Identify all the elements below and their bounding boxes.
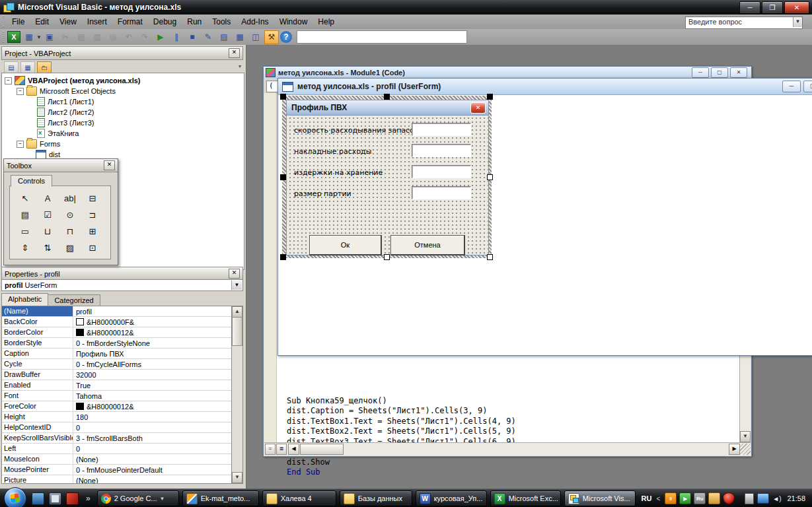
reset-icon[interactable]: ■ (185, 30, 200, 44)
property-row[interactable]: MouseIcon (None) (2, 454, 233, 465)
procedure-view-button[interactable]: = (265, 444, 276, 455)
scroll-up-icon[interactable]: ▲ (232, 306, 242, 318)
design-mode-icon[interactable]: ✎ (201, 30, 215, 44)
field-label[interactable]: размер партии (294, 189, 351, 198)
paste-icon[interactable]: ▥ (90, 30, 104, 44)
property-row[interactable]: (Name) profil (2, 306, 233, 317)
run-icon[interactable]: ▶ (153, 30, 168, 44)
field-textbox[interactable] (412, 186, 471, 199)
tray-network-icon[interactable] (757, 493, 769, 504)
tray-torrent-icon[interactable]: ‖ (665, 492, 677, 504)
question-combobox[interactable]: Введите вопрос ▼ (685, 17, 803, 29)
menu-item[interactable]: Debug (148, 15, 182, 28)
close-button[interactable]: ✕ (784, 1, 809, 14)
menu-item[interactable]: View (54, 15, 82, 28)
resize-handle[interactable] (280, 174, 286, 180)
tree-expander-icon[interactable]: − (17, 88, 24, 95)
property-row[interactable]: Enabled True (2, 380, 233, 391)
taskbar-button[interactable]: Ek-mat_meto... ▼ (182, 490, 259, 506)
property-row[interactable]: HelpContextID 0 (2, 422, 233, 433)
field-textbox[interactable] (412, 165, 471, 178)
menu-item[interactable]: Insert (82, 15, 112, 28)
field-textbox[interactable] (412, 123, 471, 136)
tray-power-icon[interactable] (745, 493, 754, 504)
field-label[interactable]: накладные расходы (294, 147, 371, 156)
code-text[interactable]: Sub Кнопка59_щелчок()dist.Caption = Shee… (287, 365, 516, 478)
scrollbar-thumb[interactable] (232, 317, 242, 346)
frame-tool[interactable]: ▭ (14, 223, 36, 240)
menu-item[interactable]: Help (313, 15, 340, 28)
field-label[interactable]: скорость расходывания запасов (294, 126, 418, 135)
toolbox-icon[interactable]: ⚒ (264, 30, 279, 44)
menu-item[interactable]: File (7, 15, 30, 28)
togglebutton-tool[interactable]: ⊐ (81, 207, 104, 223)
taskbar-clock[interactable]: 21:58 (787, 494, 805, 502)
image-tool[interactable]: ▨ (59, 240, 81, 256)
group-dropdown-icon[interactable]: ▼ (160, 496, 165, 502)
code-scroll-right-icon[interactable]: ▶ (729, 444, 740, 455)
resize-handle[interactable] (280, 254, 286, 260)
code-window-titlebar[interactable]: метод уилсона.xls - Module1 (Code) ─ ▢ ✕ (264, 67, 751, 79)
object-selector-dropdown-icon[interactable]: ▼ (231, 281, 242, 290)
quick-launch-overflow-icon[interactable]: » (86, 494, 91, 503)
property-row[interactable]: Cycle 0 - fmCycleAllForms (2, 359, 233, 370)
cancel-button[interactable]: Отмена (390, 235, 465, 255)
menu-item[interactable]: Window (274, 15, 313, 28)
tree-expander-icon[interactable]: − (5, 77, 12, 84)
taskbar-button[interactable]: Халева 4 ▼ (262, 490, 336, 506)
taskbar-button[interactable]: W курсовая_Уп... ▼ (416, 490, 487, 506)
label-tool[interactable]: A (36, 190, 59, 207)
toggle-folders-button[interactable]: 🗀 (37, 61, 52, 74)
field-label[interactable]: издержки на хранение (294, 168, 383, 177)
code-scroll-down-icon[interactable]: ▼ (740, 431, 751, 442)
resize-handle[interactable] (487, 254, 493, 260)
property-row[interactable]: MousePointer 0 - fmMousePointerDefault (2, 465, 233, 475)
question-dropdown-icon[interactable]: ▼ (793, 17, 802, 27)
resize-handle[interactable] (384, 94, 390, 100)
project-tree-item[interactable]: Лист3 (Лист3) (2, 118, 244, 128)
scroll-down-icon[interactable]: ▼ (232, 472, 242, 483)
multipage-tool[interactable]: ⊞ (81, 223, 104, 240)
optionbutton-tool[interactable]: ⊙ (59, 207, 81, 223)
save-icon[interactable]: ▣ (42, 30, 57, 44)
break-icon[interactable]: ∥ (169, 30, 184, 44)
property-row[interactable]: KeepScrollBarsVisible 3 - fmScrollBarsBo… (2, 433, 233, 444)
minimize-button[interactable]: ─ (739, 1, 760, 14)
project-tree-item[interactable]: Лист2 (Лист2) (2, 107, 244, 118)
tray-organizer-icon[interactable] (708, 492, 720, 504)
code-restore-button[interactable]: ▢ (711, 67, 728, 78)
quick-launch-icon-2[interactable] (49, 492, 61, 505)
undo-icon[interactable]: ↶ (122, 30, 136, 44)
taskbar-button[interactable]: X Microsoft Exc... ▼ (490, 490, 561, 506)
quick-launch-icon-1[interactable] (32, 492, 44, 505)
userform-close-icon[interactable]: ✕ (470, 102, 486, 114)
full-module-view-button[interactable]: ≣ (276, 444, 287, 455)
object-browser-icon[interactable]: ◫ (248, 30, 263, 44)
code-close-button[interactable]: ✕ (730, 67, 747, 78)
resize-handle[interactable] (280, 94, 286, 100)
project-tree-item[interactable]: − Forms (2, 139, 244, 149)
tray-messenger-icon[interactable]: ▶ (679, 492, 691, 504)
property-row[interactable]: Height 180 (2, 412, 233, 422)
field-textbox[interactable] (412, 144, 471, 157)
property-row[interactable]: DrawBuffer 32000 (2, 370, 233, 380)
property-row[interactable]: Picture (None) (2, 475, 233, 484)
object-selector-combobox[interactable]: profil UserForm ▼ (1, 279, 243, 291)
tree-expander-icon[interactable]: − (17, 141, 24, 148)
project-tree-item[interactable]: ЭтаКнига (2, 128, 244, 139)
code-scroll-left-icon[interactable]: ◀ (288, 444, 299, 455)
checkbox-tool[interactable]: ☑ (36, 207, 59, 223)
h-scrollbar-thumb[interactable] (300, 444, 344, 455)
form-minimize-button[interactable]: ─ (782, 81, 801, 92)
form-window-titlebar[interactable]: метод уилсона.xls - profil (UserForm) ─ … (278, 79, 812, 95)
menu-item[interactable]: Format (112, 15, 148, 28)
menu-item[interactable]: Tools (207, 15, 236, 28)
tray-punto-switcher-icon[interactable]: Ru (694, 492, 706, 504)
project-tree-item[interactable]: − VBAProject (метод уилсона.xls) (2, 75, 244, 86)
textbox-tool[interactable]: ab| (59, 190, 81, 207)
resize-handle[interactable] (487, 94, 493, 100)
resize-handle[interactable] (487, 174, 493, 180)
copy-icon[interactable]: ▤ (74, 30, 89, 44)
project-explorer-icon[interactable]: ▤ (217, 30, 231, 44)
help-icon[interactable]: ? (280, 31, 292, 43)
